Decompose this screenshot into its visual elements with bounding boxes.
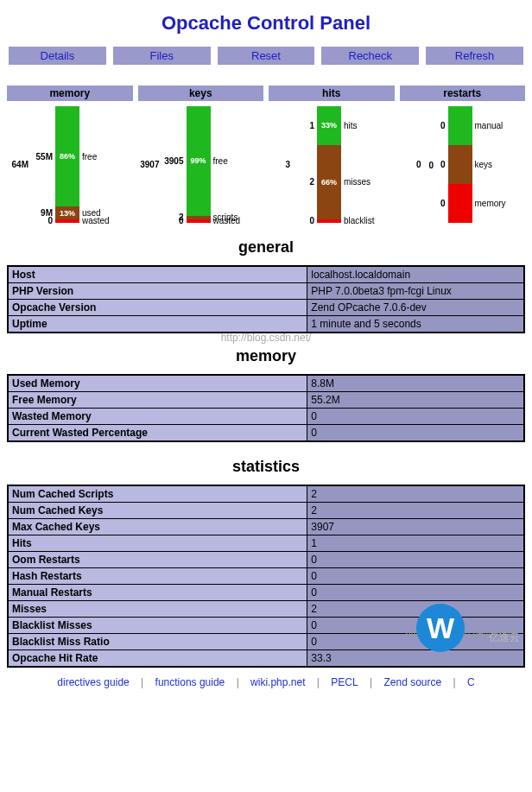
chart-segment — [317, 219, 341, 223]
chart-title: hits — [269, 86, 395, 101]
footer-sep: | — [237, 676, 239, 688]
table-key: Host — [8, 266, 307, 283]
table-row: Free Memory55.2M — [8, 392, 524, 409]
cloud-label: 亿速云 — [489, 630, 520, 645]
table-value: Zend OPcache 7.0.6-dev — [307, 300, 524, 316]
table-key: Blacklist Miss Ratio — [8, 634, 307, 650]
table-value: 1 — [307, 535, 524, 552]
chart-total: 64M — [7, 106, 31, 223]
footer-functions-link[interactable]: functions guide — [155, 676, 225, 688]
table-row: Hostlocalhost.localdomain — [8, 266, 524, 283]
chart-keys: keys390739052099%freescriptswasted — [138, 86, 264, 223]
table-value: 55.2M — [307, 392, 524, 409]
chart-segment — [448, 106, 472, 145]
chart-restarts: restarts0000manualkeysmemory0 — [400, 86, 526, 223]
section-heading-general: general — [7, 238, 525, 257]
table-value: 33.3 — [307, 650, 524, 668]
footer-sep: | — [370, 676, 372, 688]
table-row: Max Cached Keys3907 — [8, 519, 524, 535]
footer-extra-link[interactable]: C — [467, 676, 475, 688]
chart-segment — [55, 219, 79, 223]
table-key: Opcache Version — [8, 300, 307, 316]
table-key: Blacklist Misses — [8, 618, 307, 634]
table-value: 0 — [307, 425, 524, 442]
table-key: Opcache Hit Rate — [8, 650, 307, 668]
footer-wiki-link[interactable]: wiki.php.net — [250, 676, 305, 688]
page-title: Opcache Control Panel — [7, 12, 525, 35]
chart-value: 0 — [424, 145, 448, 185]
chart-total: 0 — [400, 106, 424, 223]
chart-label: blacklist — [341, 219, 395, 223]
chart-label: free — [79, 106, 133, 206]
memory-table: Used Memory8.8MFree Memory55.2MWasted Me… — [7, 374, 525, 442]
table-key: Num Cached Scripts — [8, 485, 307, 503]
charts-row: memory64M55M9M086%13%freeusedwastedkeys3… — [7, 86, 525, 223]
table-value: localhost.localdomain — [307, 266, 524, 283]
reset-button[interactable]: Reset — [218, 47, 315, 65]
chart-label: keys — [472, 145, 526, 185]
chart-value: 0 — [424, 106, 448, 145]
watermark-text: http://blog.csdn.net/ — [7, 332, 525, 344]
table-key: Used Memory — [8, 375, 307, 392]
chart-segment — [448, 184, 472, 223]
table-key: Max Cached Keys — [8, 519, 307, 535]
chart-value: 0 — [293, 219, 317, 223]
general-table: Hostlocalhost.localdomainPHP VersionPHP … — [7, 265, 525, 333]
table-key: Wasted Memory — [8, 409, 307, 425]
table-value: PHP 7.0.0beta3 fpm-fcgi Linux — [307, 283, 524, 300]
table-key: Hash Restarts — [8, 568, 307, 585]
table-value: 8.8M — [307, 375, 524, 392]
table-row: Opcache Hit Rate33.3 — [8, 650, 524, 668]
table-value: 2 — [307, 601, 524, 618]
table-value: 2 — [307, 485, 524, 503]
footer-sep: | — [317, 676, 320, 688]
chart-label: wasted — [211, 219, 264, 223]
button-bar: Details Files Reset Recheck Refresh — [7, 47, 525, 65]
table-row: Opcache VersionZend OPcache 7.0.6-dev — [8, 300, 524, 316]
chart-value: 0 — [424, 184, 448, 223]
table-row: Hash Restarts0 — [8, 568, 524, 585]
footer-pecl-link[interactable]: PECL — [331, 676, 358, 688]
table-row: Oom Restarts0 — [8, 552, 524, 568]
table-row: Wasted Memory0 — [8, 409, 524, 425]
chart-segment: 99% — [187, 106, 211, 216]
recheck-button[interactable]: Recheck — [321, 47, 419, 65]
chart-segment — [448, 145, 472, 185]
refresh-button[interactable]: Refresh — [426, 47, 523, 65]
chart-total: 3907 — [138, 106, 162, 223]
chart-label: misses — [341, 145, 395, 219]
table-row: Used Memory8.8M — [8, 375, 524, 392]
chart-title: memory — [7, 86, 133, 101]
chart-value: 1 — [293, 106, 317, 145]
table-row: Num Cached Keys2 — [8, 503, 524, 519]
chart-label: memory — [472, 184, 526, 223]
table-value: 0 — [307, 552, 524, 568]
footer-directives-link[interactable]: directives guide — [57, 676, 129, 688]
table-key: Misses — [8, 601, 307, 618]
chart-segment — [187, 219, 211, 223]
table-row: PHP VersionPHP 7.0.0beta3 fpm-fcgi Linux — [8, 283, 524, 300]
files-button[interactable]: Files — [113, 47, 211, 65]
table-value: 3907 — [307, 519, 524, 535]
table-key: PHP Version — [8, 283, 307, 300]
table-key: Oom Restarts — [8, 552, 307, 568]
chart-segment: 13% — [55, 206, 79, 219]
footer-links: directives guide | functions guide | wik… — [7, 668, 525, 694]
chart-hits: hits312033%66%hitsmissesblacklist — [269, 86, 395, 223]
details-button[interactable]: Details — [9, 47, 106, 65]
table-value: 0 — [307, 568, 524, 585]
table-value: 0 — [307, 585, 524, 601]
footer-zend-link[interactable]: Zend source — [383, 676, 441, 688]
chart-label: wasted — [79, 219, 133, 223]
section-heading-memory: memory — [7, 347, 525, 365]
chart-total: 3 — [269, 106, 293, 223]
chart-label: manual — [472, 106, 526, 145]
chart-title: restarts — [400, 86, 526, 101]
table-value: 2 — [307, 503, 524, 519]
table-row: Num Cached Scripts2 — [8, 485, 524, 503]
chart-label: hits — [341, 106, 395, 145]
footer-sep: | — [141, 676, 143, 688]
table-row: Uptime1 minute and 5 seconds — [8, 316, 524, 333]
footer-sep: | — [453, 676, 456, 688]
table-key: Num Cached Keys — [8, 503, 307, 519]
